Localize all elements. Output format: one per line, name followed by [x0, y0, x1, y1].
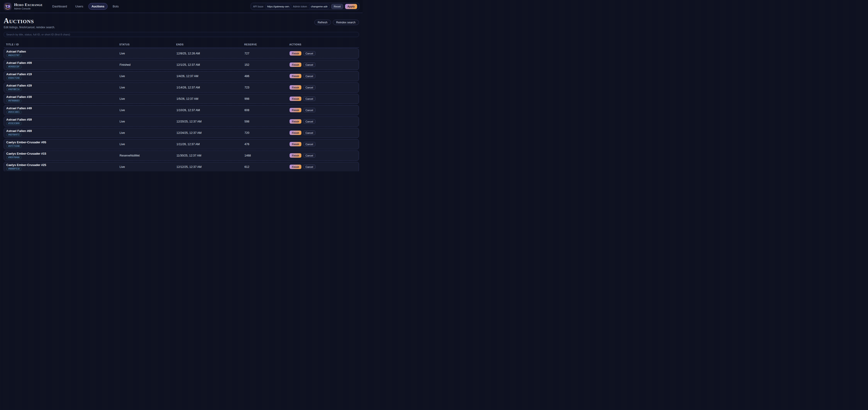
finish-button[interactable]: Finish — [289, 51, 301, 56]
finish-button[interactable]: Finish — [289, 130, 301, 135]
ends-value: 11/30/25, 12:37 AM — [177, 154, 245, 157]
auction-short-id-badge: #2DAC72A8 — [6, 77, 22, 80]
status-value: Live — [120, 143, 177, 146]
finish-button[interactable]: Finish — [289, 119, 301, 124]
column-header-actions: ACTIONS — [289, 43, 356, 46]
reserve-value: 608 — [245, 109, 289, 112]
finish-button[interactable]: Finish — [289, 85, 301, 90]
auction-title: Astrael Fallen — [6, 50, 120, 53]
title-id-cell: Caelys Ember-Crusader #15 #9E978A66 — [6, 151, 120, 159]
table-row: Caelys Ember-Crusader #25 #088DFE10 Live… — [4, 162, 359, 171]
reset-button[interactable]: Reset — [331, 4, 343, 9]
auction-title: Astrael Fallen #69 — [6, 129, 120, 133]
auction-short-id-badge: #088DFE10 — [6, 167, 22, 171]
table-header-row: TITLE / ID STATUS ENDS RESERVE ACTIONS — [4, 42, 359, 48]
page-header-text: Auctions Edit listings, finish/cancel, r… — [4, 17, 55, 29]
finish-button[interactable]: Finish — [289, 142, 301, 146]
admin-token-label: Admin token — [293, 5, 307, 8]
cancel-button[interactable]: Cancel — [303, 62, 315, 67]
cancel-button[interactable]: Cancel — [303, 51, 315, 56]
title-id-cell: Caelys Ember-Crusader #25 #088DFE10 — [6, 162, 120, 171]
refresh-button[interactable]: Refresh — [314, 20, 331, 25]
ends-value: 1/14/26, 12:37 AM — [177, 86, 245, 89]
auction-title: Astrael Fallen #19 — [6, 73, 120, 76]
title-id-cell: Caelys Ember-Crusader #05 #A7C733AB — [6, 139, 120, 148]
actions-cell: Finish Cancel — [289, 108, 356, 112]
title-id-cell: Astrael Fallen #19 #2DAC72A8 — [6, 71, 120, 80]
reserve-value: 1468 — [245, 154, 289, 157]
actions-cell: Finish Cancel — [289, 62, 356, 67]
nav-item-users[interactable]: Users — [72, 3, 87, 10]
title-id-cell: Astrael Fallen #39 #8786B6D3 — [6, 94, 120, 103]
page-subtitle: Edit listings, finish/cancel, reindex se… — [4, 26, 55, 29]
finish-button[interactable]: Finish — [289, 74, 301, 78]
admin-token-input[interactable] — [309, 4, 329, 9]
main-nav: Dashboard Users Auctions Bots — [49, 3, 122, 10]
actions-cell: Finish Cancel — [289, 142, 356, 146]
cancel-button[interactable]: Cancel — [303, 130, 315, 135]
actions-cell: Finish Cancel — [289, 51, 356, 56]
auction-title: Caelys Ember-Crusader #15 — [6, 152, 120, 155]
finish-button[interactable]: Finish — [289, 96, 301, 101]
status-value: Live — [120, 109, 177, 112]
status-value: Live — [120, 97, 177, 100]
auction-short-id-badge: #46F0DC1A — [6, 88, 22, 91]
table-row: Astrael Fallen #49 #693C38E1 Live 1/10/2… — [4, 105, 359, 115]
auction-short-id-badge: #6EFBA972 — [6, 133, 22, 137]
cancel-button[interactable]: Cancel — [303, 108, 315, 112]
status-value: ReserveNotMet — [120, 154, 177, 157]
finish-button[interactable]: Finish — [289, 153, 301, 158]
api-settings-group: API base Admin token Reset Apply — [251, 3, 360, 10]
actions-cell: Finish Cancel — [289, 85, 356, 90]
auction-short-id-badge: #6EA22787 — [6, 54, 22, 57]
top-bar: Hero Exchange Admin Console Dashboard Us… — [0, 0, 363, 13]
actions-cell: Finish Cancel — [289, 74, 356, 78]
cancel-button[interactable]: Cancel — [303, 153, 315, 158]
ends-value: 1/10/26, 12:37 AM — [177, 109, 245, 112]
auction-short-id-badge: #E9EB2CDF — [6, 65, 22, 68]
table-row: Astrael Fallen #69 #6EFBA972 Live 12/24/… — [4, 128, 359, 138]
reserve-value: 723 — [245, 86, 289, 89]
brand-text: Hero Exchange Admin Console — [14, 3, 42, 10]
title-id-cell: Astrael Fallen #6EA22787 — [6, 49, 120, 57]
reindex-search-button[interactable]: Reindex search — [333, 20, 359, 25]
reserve-value: 486 — [245, 75, 289, 78]
status-value: Live — [120, 52, 177, 55]
status-value: Live — [120, 75, 177, 78]
search-input[interactable] — [4, 32, 359, 37]
title-id-cell: Astrael Fallen #49 #693C38E1 — [6, 105, 120, 114]
status-value: Live — [120, 165, 177, 169]
status-value: Live — [120, 120, 177, 123]
cancel-button[interactable]: Cancel — [303, 119, 315, 124]
title-id-cell: Astrael Fallen #59 #55E2CB99 — [6, 117, 120, 125]
brand-name: Hero Exchange — [14, 3, 42, 7]
cancel-button[interactable]: Cancel — [303, 96, 315, 101]
reserve-value: 727 — [245, 52, 289, 55]
page-actions: Refresh Reindex search — [314, 20, 359, 29]
table-row: Astrael Fallen #6EA22787 Live 12/8/25, 1… — [4, 49, 359, 59]
status-value: Live — [120, 86, 177, 89]
cancel-button[interactable]: Cancel — [303, 74, 315, 78]
finish-button[interactable]: Finish — [289, 62, 301, 67]
finish-button[interactable]: Finish — [289, 108, 301, 112]
reserve-value: 612 — [245, 165, 289, 169]
cancel-button[interactable]: Cancel — [303, 165, 315, 169]
reserve-value: 998 — [245, 97, 289, 100]
apply-button[interactable]: Apply — [345, 4, 357, 9]
ends-value: 1/11/26, 12:37 AM — [177, 143, 245, 146]
reserve-value: 720 — [245, 131, 289, 135]
hero-exchange-logo-icon — [4, 3, 11, 10]
nav-item-auctions[interactable]: Auctions — [88, 3, 108, 10]
finish-button[interactable]: Finish — [289, 165, 301, 169]
api-base-input[interactable] — [265, 4, 291, 9]
nav-item-bots[interactable]: Bots — [110, 3, 122, 10]
title-id-cell: Astrael Fallen #69 #6EFBA972 — [6, 128, 120, 137]
auction-title: Caelys Ember-Crusader #05 — [6, 141, 120, 144]
auction-title: Caelys Ember-Crusader #25 — [6, 164, 120, 167]
reserve-value: 598 — [245, 120, 289, 123]
table-row: Astrael Fallen #39 #8786B6D3 Live 1/5/26… — [4, 94, 359, 104]
cancel-button[interactable]: Cancel — [303, 142, 315, 146]
cancel-button[interactable]: Cancel — [303, 85, 315, 90]
nav-item-dashboard[interactable]: Dashboard — [49, 3, 70, 10]
ends-value: 12/12/25, 12:37 AM — [177, 165, 245, 169]
